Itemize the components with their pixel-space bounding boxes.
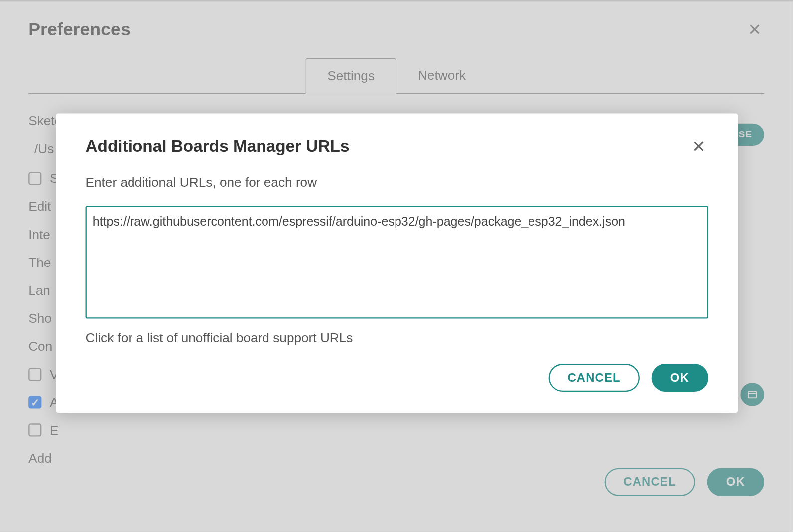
modal-close-icon[interactable]: ✕ [689, 137, 708, 156]
modal-title: Additional Boards Manager URLs [86, 137, 350, 156]
modal-ok-button[interactable]: OK [652, 364, 708, 392]
unofficial-urls-link[interactable]: Click for a list of unofficial board sup… [86, 330, 709, 346]
modal-cancel-button[interactable]: CANCEL [548, 364, 640, 392]
urls-textarea[interactable] [86, 206, 709, 318]
modal-instruction: Enter additional URLs, one for each row [86, 175, 709, 190]
boards-manager-urls-dialog: Additional Boards Manager URLs ✕ Enter a… [56, 113, 738, 412]
